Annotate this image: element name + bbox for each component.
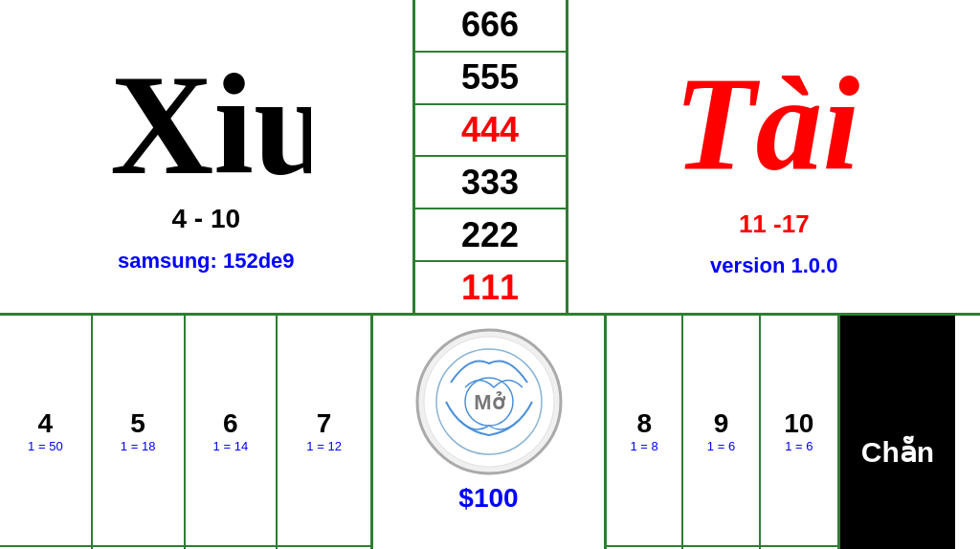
bet-6-odds: 1 = 14 bbox=[213, 439, 249, 453]
num-row-222[interactable]: 222 bbox=[415, 209, 566, 262]
bet-4[interactable]: 4 1 = 50 bbox=[0, 316, 93, 547]
number-column: 666 555 444 333 222 111 bbox=[415, 0, 568, 313]
xiu-range: 4 - 10 bbox=[171, 204, 240, 234]
svg-text:Tài: Tài bbox=[674, 49, 860, 187]
bet-amount[interactable]: $100 bbox=[458, 483, 518, 514]
num-row-333[interactable]: 333 bbox=[415, 157, 566, 209]
chan-le-panel: Chẵn Lẻ bbox=[840, 316, 955, 549]
num-row-444[interactable]: 444 bbox=[415, 105, 566, 158]
bet-10[interactable]: 10 1 = 6 bbox=[761, 316, 837, 547]
bet-7-odds: 1 = 12 bbox=[306, 439, 342, 453]
bet-9-num: 9 bbox=[714, 408, 729, 439]
num-row-111[interactable]: 111 bbox=[415, 262, 566, 313]
bet-8-num: 8 bbox=[636, 408, 652, 439]
bet-9-odds: 1 = 6 bbox=[707, 439, 735, 453]
chan-button[interactable]: Chẵn bbox=[840, 316, 955, 549]
bet-4-num: 4 bbox=[38, 408, 54, 439]
version-label: version 1.0.0 bbox=[710, 253, 837, 278]
top-section: Xiu 4 - 10 samsung: 152de9 666 555 444 3… bbox=[0, 0, 980, 316]
bet-7-num: 7 bbox=[317, 408, 332, 439]
bet-10-num: 10 bbox=[784, 408, 813, 439]
bet-8[interactable]: 8 1 = 8 bbox=[607, 316, 683, 547]
num-row-666[interactable]: 666 bbox=[415, 0, 566, 53]
xiu-section: Xiu 4 - 10 samsung: 152de9 bbox=[0, 0, 415, 313]
bet-7[interactable]: 7 1 = 12 bbox=[278, 316, 370, 547]
chan-label: Chẵn bbox=[861, 435, 934, 469]
bet-10-odds: 1 = 6 bbox=[785, 439, 813, 453]
right-bets-grid: 8 1 = 8 9 1 = 6 10 1 = 6 13 1 = 8 12 1 =… bbox=[607, 316, 837, 549]
tai-section: Tài 11 -17 version 1.0.0 bbox=[568, 0, 981, 313]
bet-6-num: 6 bbox=[223, 408, 238, 439]
samsung-id: samsung: 152de9 bbox=[118, 249, 295, 274]
bottom-section: 4 1 = 50 5 1 = 18 6 1 = 14 7 1 = 12 17 1… bbox=[0, 316, 980, 549]
left-area: 4 1 = 50 5 1 = 18 6 1 = 14 7 1 = 12 17 1… bbox=[0, 316, 373, 549]
bowl-svg[interactable]: Mở bbox=[412, 325, 566, 478]
bet-5-odds: 1 = 18 bbox=[121, 439, 156, 453]
num-row-555[interactable]: 555 bbox=[415, 53, 566, 105]
svg-text:Xiu: Xiu bbox=[110, 45, 311, 192]
tai-logo: Tài bbox=[669, 34, 880, 205]
bet-9[interactable]: 9 1 = 6 bbox=[683, 316, 760, 547]
bowl-area: Mở $100 bbox=[373, 316, 607, 549]
bet-6[interactable]: 6 1 = 14 bbox=[186, 316, 278, 547]
bet-8-odds: 1 = 8 bbox=[631, 439, 658, 453]
bet-5-num: 5 bbox=[130, 408, 145, 439]
tai-range: 11 -17 bbox=[739, 209, 810, 239]
bet-5[interactable]: 5 1 = 18 bbox=[93, 316, 186, 547]
bet-4-odds: 1 = 50 bbox=[28, 439, 63, 453]
left-bets-grid: 4 1 = 50 5 1 = 18 6 1 = 14 7 1 = 12 17 1… bbox=[0, 316, 370, 549]
svg-text:Mở: Mở bbox=[474, 390, 505, 414]
right-bets-area: 8 1 = 8 9 1 = 6 10 1 = 6 13 1 = 8 12 1 =… bbox=[607, 316, 840, 549]
xiu-logo: Xiu bbox=[100, 39, 311, 209]
